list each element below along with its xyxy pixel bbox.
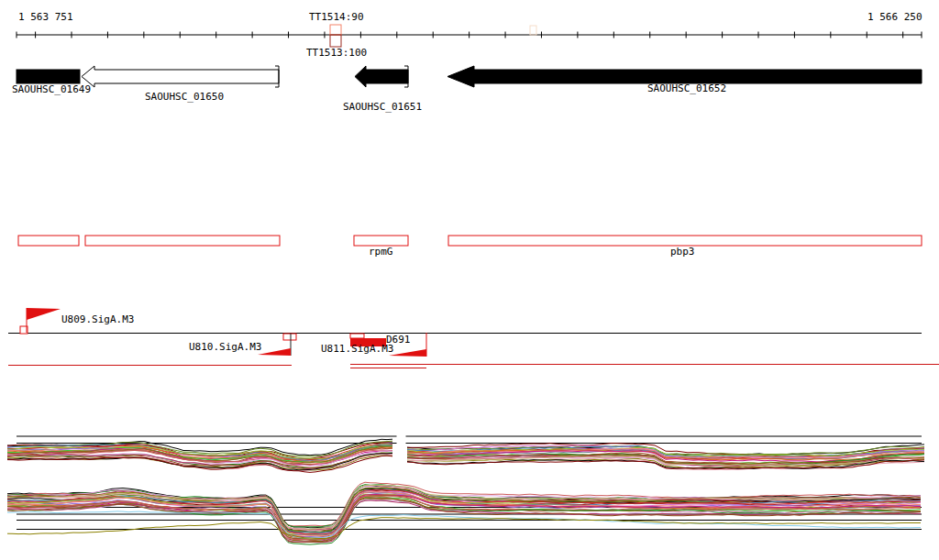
operon-rect[interactable] — [85, 236, 280, 246]
genome-browser-view: 1 563 751 1 566 250 TT1514:90 TT1513:100… — [0, 0, 939, 560]
gene-arrow-saouhsc_01649[interactable] — [17, 70, 80, 83]
tss-box-tt1514[interactable] — [330, 25, 341, 35]
gene-label-saouhsc-01651: SAOUHSC_01651 — [343, 102, 422, 112]
operon-rect-rpmg[interactable] — [354, 236, 408, 246]
gene-label-saouhsc-01650: SAOUHSC_01650 — [145, 92, 224, 102]
tss-box-tt1513[interactable] — [330, 35, 341, 47]
gene-arrow-saouhsc_01650[interactable] — [82, 66, 279, 87]
tss-label-tt1514: TT1514:90 — [309, 12, 364, 22]
tss-flag-label-u811: U811.SigA.M3 — [321, 344, 393, 354]
operon-label-rpmg: rpmG — [369, 247, 393, 257]
operon-label-pbp3: pbp3 — [670, 247, 695, 257]
tss-flag-triangle[interactable] — [389, 349, 426, 357]
tss-flag-triangle[interactable] — [27, 308, 61, 320]
expression-trace-olive-low — [7, 518, 921, 539]
operon-rect[interactable] — [18, 236, 79, 246]
tss-flag-triangle[interactable] — [258, 348, 291, 356]
ruler-end-label: 1 566 250 — [867, 12, 922, 22]
tss-flag-label-d691: D691 — [386, 335, 411, 345]
operon-rect-pbp3[interactable] — [448, 236, 922, 246]
gene-arrow-saouhsc_01651[interactable] — [355, 66, 408, 87]
tss-flag-base-box[interactable] — [283, 334, 296, 340]
tss-flag-label-u810: U810.SigA.M3 — [189, 342, 261, 352]
ruler-start-label: 1 563 751 — [18, 12, 73, 22]
gene-label-saouhsc-01652: SAOUHSC_01652 — [647, 83, 726, 93]
expression-trace-lower — [7, 500, 921, 544]
tss-label-tt1513: TT1513:100 — [306, 48, 367, 58]
tss-flag-base-box[interactable] — [350, 334, 364, 338]
tss-flag-label-u809: U809.SigA.M3 — [61, 314, 134, 324]
genome-browser-canvas — [0, 0, 939, 560]
gene-label-saouhsc-01649: SAOUHSC_01649 — [12, 84, 91, 94]
tss-box-faint[interactable] — [530, 26, 536, 35]
